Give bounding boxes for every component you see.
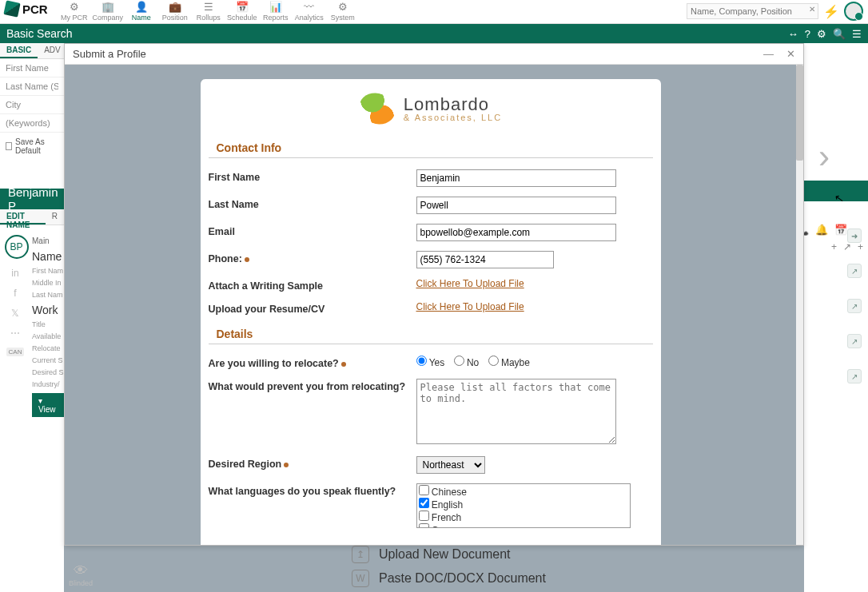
relocate-radios: Yes No Maybe bbox=[416, 356, 653, 368]
minimize-icon[interactable]: — bbox=[763, 48, 774, 60]
nav-rollups[interactable]: ☰Rollups bbox=[192, 2, 225, 22]
nav-label: My PCR bbox=[61, 14, 88, 22]
twitter-icon[interactable]: 𝕏 bbox=[11, 308, 19, 319]
facebook-icon[interactable]: f bbox=[14, 288, 16, 299]
company-logo: Lombardo & Associates, LLC bbox=[201, 93, 661, 124]
modal-scroll[interactable]: Lombardo & Associates, LLC Contact Info … bbox=[65, 65, 796, 545]
tab-advanced[interactable]: ADV bbox=[38, 43, 67, 58]
nav-position[interactable]: 💼Position bbox=[158, 2, 192, 22]
view-bar[interactable]: ▾ View bbox=[32, 393, 64, 417]
candidate-badge: CAN bbox=[6, 348, 25, 356]
modal-title: Submit a Profile bbox=[73, 48, 146, 60]
last-name-input[interactable] bbox=[416, 197, 616, 214]
scrollbar-thumb[interactable] bbox=[796, 65, 803, 161]
brand-text: PCR bbox=[22, 2, 48, 16]
search-keywords[interactable] bbox=[0, 114, 64, 133]
save-default-label: Save As Default bbox=[15, 137, 58, 155]
lang-option-german[interactable]: German bbox=[419, 523, 628, 528]
search-first-name[interactable] bbox=[0, 59, 64, 77]
nav-icon: ⚙ bbox=[70, 2, 79, 13]
nav-name[interactable]: 👤Name bbox=[125, 2, 158, 22]
lang-option-chinese[interactable]: Chinese bbox=[419, 485, 628, 498]
lang-option-english[interactable]: English bbox=[419, 498, 628, 511]
radio-yes[interactable]: Yes bbox=[416, 357, 445, 368]
phone-input[interactable] bbox=[416, 251, 554, 268]
radio-no[interactable]: No bbox=[454, 357, 480, 368]
first-name-input[interactable] bbox=[416, 169, 616, 187]
region-select[interactable]: Northeast bbox=[416, 456, 485, 474]
nav-company[interactable]: 🏢Company bbox=[91, 2, 125, 22]
nav-schedule[interactable]: 📅Schedule bbox=[225, 2, 259, 22]
toolbar-icon[interactable]: ↔ bbox=[788, 28, 798, 40]
toolbar-icon[interactable]: ☰ bbox=[852, 28, 862, 40]
page-title: Basic Search bbox=[6, 27, 72, 40]
toolbar-icon[interactable]: ⚙ bbox=[817, 28, 826, 40]
nav-icon: 👤 bbox=[135, 2, 148, 13]
section-work: Work bbox=[32, 304, 64, 316]
rail-action-icon[interactable]: ↗ bbox=[847, 369, 862, 383]
mouse-cursor-icon: ↖ bbox=[834, 191, 846, 205]
rail-action-icon[interactable]: ↗ bbox=[847, 264, 862, 278]
tab-r[interactable]: R bbox=[46, 209, 64, 224]
nav-my-pcr[interactable]: ⚙My PCR bbox=[58, 2, 91, 22]
nav-analytics[interactable]: 〰Analytics bbox=[293, 2, 326, 22]
lbl-last: Last Nam bbox=[32, 291, 64, 299]
nav-icon: 〰 bbox=[304, 2, 314, 13]
modal-body: Lombardo & Associates, LLC Contact Info … bbox=[65, 65, 803, 545]
rail-action-icon[interactable]: ↗ bbox=[847, 334, 862, 348]
user-avatar[interactable] bbox=[844, 2, 863, 21]
nav-icon: 📅 bbox=[236, 2, 249, 13]
required-dot-icon bbox=[341, 362, 346, 367]
lbl-languages: What languages do you speak fluently? bbox=[209, 483, 416, 497]
toolbar-icon[interactable]: ? bbox=[805, 28, 810, 40]
chevron-right-icon[interactable]: › bbox=[818, 137, 830, 176]
checkbox-icon[interactable] bbox=[6, 142, 12, 150]
main-tab-chip[interactable]: Main bbox=[32, 236, 64, 245]
nav-system[interactable]: ⚙System bbox=[326, 2, 360, 22]
nav-label: Company bbox=[92, 14, 123, 22]
search-last-name[interactable] bbox=[0, 77, 64, 96]
languages-listbox[interactable]: Chinese English French German bbox=[416, 483, 631, 528]
brand: PCR bbox=[5, 2, 48, 16]
search-city[interactable] bbox=[0, 96, 64, 114]
linkedin-icon[interactable]: in bbox=[11, 268, 18, 279]
record-plus-icon[interactable]: + bbox=[831, 241, 837, 252]
upload-writing-sample-link[interactable]: Click Here To Upload File bbox=[416, 278, 524, 289]
nav-reports[interactable]: 📊Reports bbox=[259, 2, 293, 22]
lbl-phone: Phone: bbox=[209, 251, 416, 264]
email-input[interactable] bbox=[416, 224, 616, 241]
window-controls: — ✕ bbox=[763, 48, 795, 60]
nav-label: Reports bbox=[263, 14, 289, 22]
required-dot-icon bbox=[245, 257, 249, 262]
radio-maybe[interactable]: Maybe bbox=[488, 357, 530, 368]
lbl-resume: Upload your Resume/CV bbox=[209, 301, 416, 315]
blinded-toggle[interactable]: 👁 Blinded bbox=[69, 562, 93, 587]
save-default-row[interactable]: Save As Default bbox=[0, 133, 64, 160]
clear-icon[interactable]: ✕ bbox=[809, 5, 815, 14]
upload-resume-link[interactable]: Click Here To Upload File bbox=[416, 301, 524, 312]
record-action-icon[interactable]: 🔔 bbox=[815, 224, 828, 236]
nav-icon: 💼 bbox=[169, 2, 181, 13]
rail-action-icon[interactable]: ➜ bbox=[847, 228, 862, 243]
prevent-textarea[interactable] bbox=[416, 379, 616, 444]
nav-icon: 📊 bbox=[269, 2, 282, 13]
bolt-icon[interactable]: ⚡ bbox=[823, 4, 839, 19]
tab-basic[interactable]: BASIC bbox=[0, 43, 38, 58]
lbl-writing-sample: Attach a Writing Sample bbox=[209, 278, 416, 292]
upload-doc-row[interactable]: ↥ Upload New Document bbox=[352, 546, 546, 563]
section-name: Name bbox=[32, 250, 64, 263]
more-icon[interactable]: ⋯ bbox=[10, 328, 20, 339]
right-rail-icons: ➜↗↗↗↗ bbox=[841, 228, 868, 383]
global-search-input[interactable] bbox=[687, 3, 818, 19]
record-body: BP in f 𝕏 ⋯ CAN Main Name First Nam Midd… bbox=[0, 225, 64, 417]
nav-label: Analytics bbox=[295, 14, 324, 22]
tab-edit-name[interactable]: EDIT NAME bbox=[0, 209, 46, 224]
close-icon[interactable]: ✕ bbox=[786, 48, 795, 60]
rail-action-icon[interactable]: ↗ bbox=[847, 299, 862, 313]
paste-doc-row[interactable]: W Paste DOC/DOCX Document bbox=[352, 570, 546, 587]
lang-option-french[interactable]: French bbox=[419, 511, 628, 523]
submit-profile-modal: Submit a Profile — ✕ Lombardo & Associat… bbox=[64, 43, 804, 546]
toolbar-icon[interactable]: 🔍 bbox=[833, 28, 846, 40]
search-inputs bbox=[0, 59, 64, 133]
initials-chip[interactable]: BP bbox=[5, 235, 29, 259]
